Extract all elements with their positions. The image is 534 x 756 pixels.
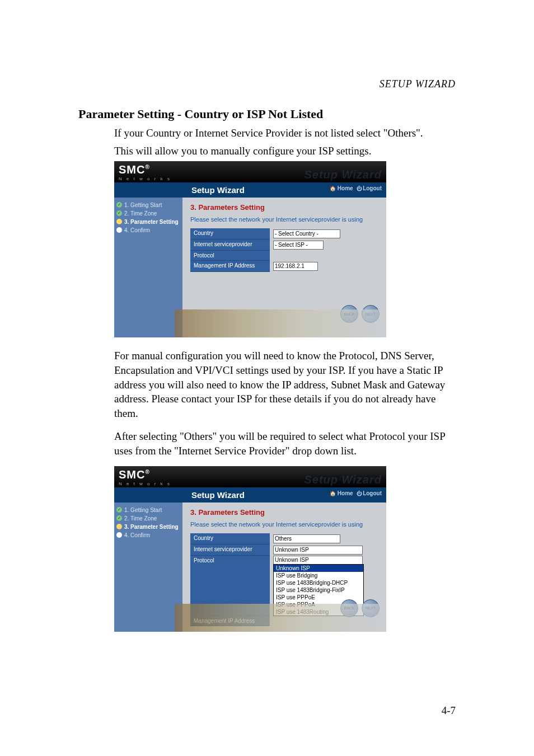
- home-link[interactable]: Home: [330, 490, 353, 500]
- country-select[interactable]: Others: [273, 534, 340, 543]
- step-getting-start[interactable]: 1. Getting Start: [116, 201, 180, 209]
- step-time-zone[interactable]: 2. Time Zone: [116, 514, 180, 523]
- wizard-steps-sidebar: 1. Getting Start 2. Time Zone 3. Paramet…: [114, 198, 182, 337]
- paragraph-after-selecting: After selecting "Others" you will be req…: [114, 429, 456, 458]
- brand-logo: SMC®: [119, 468, 171, 481]
- label-mgmt-ip: Management IP Address: [190, 261, 270, 272]
- brand-logo: SMC®: [119, 163, 171, 176]
- isp-select[interactable]: Unknown ISP: [273, 546, 363, 555]
- wizard-title: Setup Wizard: [191, 490, 245, 500]
- panel-subtext: Please select the network your Internet …: [190, 521, 381, 528]
- home-link[interactable]: Home: [330, 185, 353, 195]
- wizard-window: SMC® N e t w o r k s Setup Wizard Setup …: [114, 161, 386, 337]
- isp-option[interactable]: ISP use Bridging: [274, 572, 363, 579]
- label-protocol: Protocol: [190, 251, 270, 261]
- label-isp: Internet serviceprovider: [190, 544, 270, 556]
- running-header-text: SETUP WIZARD: [380, 78, 456, 90]
- wizard-header: SMC® N e t w o r k s Setup Wizard: [114, 466, 386, 487]
- logout-link[interactable]: Logout: [357, 490, 382, 500]
- country-select[interactable]: - Select Country -: [273, 229, 340, 238]
- figure-params-select-country: SMC® N e t w o r k s Setup Wizard Setup …: [114, 161, 386, 337]
- isp-option[interactable]: ISP use 1483Bridging-DHCP: [274, 579, 363, 586]
- wizard-window: SMC® N e t w o r k s Setup Wizard Setup …: [114, 466, 386, 632]
- wizard-title: Setup Wizard: [191, 185, 245, 195]
- panel-heading: 3. Parameters Setting: [190, 203, 381, 212]
- decorative-footer-image: [175, 604, 386, 632]
- brand-subtext: N e t w o r k s: [119, 176, 171, 181]
- step-confirm[interactable]: 4. Confirm: [116, 226, 180, 234]
- wizard-titlebar: Setup Wizard Home Logout: [114, 487, 386, 503]
- wizard-header: SMC® N e t w o r k s Setup Wizard: [114, 161, 386, 182]
- protocol-select[interactable]: Unknown ISP: [273, 556, 363, 565]
- label-country: Country: [190, 228, 270, 240]
- figure-isp-dropdown: SMC® N e t w o r k s Setup Wizard Setup …: [114, 466, 386, 632]
- decorative-footer-image: [175, 309, 386, 337]
- intro-line-1: If your Country or Internet Service Prov…: [114, 126, 456, 140]
- wizard-ghost-title: Setup Wizard: [305, 168, 382, 181]
- wizard-titlebar: Setup Wizard Home Logout: [114, 182, 386, 198]
- isp-option[interactable]: Unknown ISP: [274, 565, 363, 572]
- intro-line-2: This will allow you to manually configur…: [114, 144, 456, 158]
- wizard-main-panel: 3. Parameters Setting Please select the …: [182, 503, 386, 632]
- paragraph-manual-config: For manual configuration you will need t…: [114, 349, 456, 420]
- step-time-zone[interactable]: 2. Time Zone: [116, 209, 180, 218]
- step-parameter-setting[interactable]: 3. Parameter Setting: [116, 218, 180, 226]
- mgmt-ip-input[interactable]: 192.168.2.1: [273, 262, 318, 271]
- step-confirm[interactable]: 4. Confirm: [116, 531, 180, 539]
- step-getting-start[interactable]: 1. Getting Start: [116, 506, 180, 514]
- logout-link[interactable]: Logout: [357, 185, 382, 195]
- label-isp: Internet serviceprovider: [190, 240, 270, 251]
- panel-heading: 3. Parameters Setting: [190, 508, 381, 516]
- isp-select[interactable]: - Select ISP -: [273, 241, 324, 250]
- section-title: Parameter Setting - Country or ISP Not L…: [78, 107, 456, 121]
- parameters-form: Country - Select Country - Internet serv…: [190, 228, 366, 272]
- wizard-main-panel: 3. Parameters Setting Please select the …: [182, 198, 386, 337]
- isp-option[interactable]: ISP use 1483Bridging-FixIP: [274, 586, 363, 594]
- brand-block: SMC® N e t w o r k s: [119, 163, 171, 181]
- wizard-ghost-title: Setup Wizard: [305, 473, 382, 486]
- brand-block: SMC® N e t w o r k s: [119, 468, 171, 486]
- wizard-steps-sidebar: 1. Getting Start 2. Time Zone 3. Paramet…: [114, 503, 182, 632]
- page-number: 4-7: [442, 705, 456, 717]
- label-country: Country: [190, 533, 270, 544]
- brand-subtext: N e t w o r k s: [119, 481, 171, 486]
- step-parameter-setting[interactable]: 3. Parameter Setting: [116, 523, 180, 531]
- panel-subtext: Please select the network your Internet …: [190, 216, 381, 223]
- running-header: SETUP WIZARD: [78, 78, 456, 90]
